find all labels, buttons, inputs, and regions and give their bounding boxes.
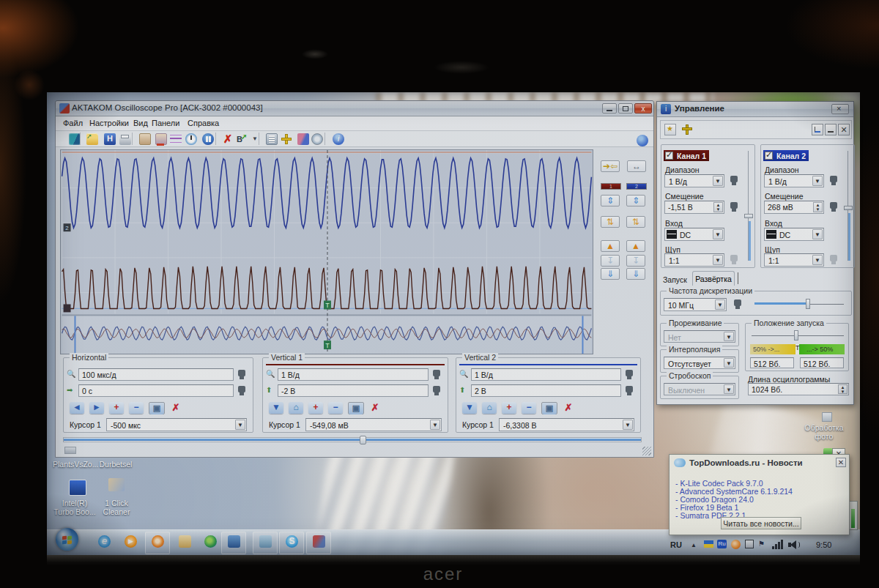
svg-text:T: T <box>325 302 330 309</box>
svg-text:2: 2 <box>65 225 69 231</box>
svg-text:T: T <box>325 342 330 349</box>
